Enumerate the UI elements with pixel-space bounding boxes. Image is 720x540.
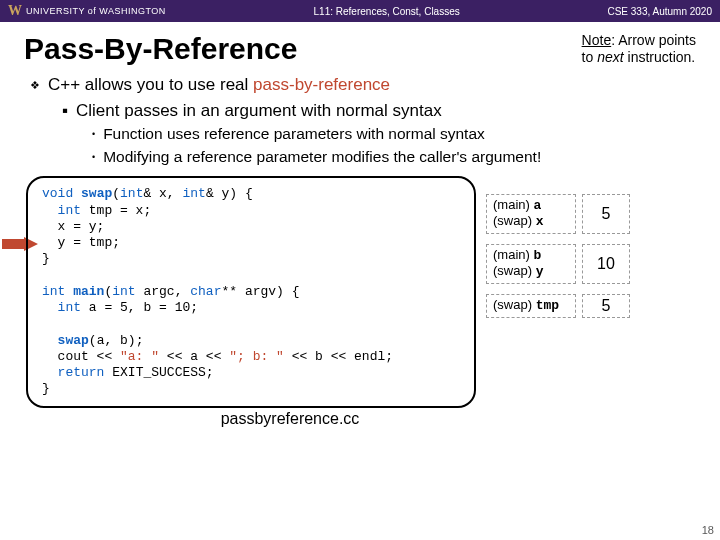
lecture-title: L11: References, Const, Classes [166, 6, 608, 17]
var-table: (main) a (swap) x 5 (main) b (swap) y 10… [486, 194, 630, 318]
uw-w-icon: W [8, 3, 22, 19]
slide-title: Pass-By-Reference [24, 32, 297, 66]
var-row-b: (main) b (swap) y 10 [486, 244, 630, 284]
header-bar: W UNIVERSITY of WASHINGTON L11: Referenc… [0, 0, 720, 22]
content: ❖C++ allows you to use real pass-by-refe… [0, 70, 720, 167]
bullet-4: •Modifying a reference parameter modifie… [92, 147, 702, 167]
bullet-3: •Function uses reference parameters with… [92, 124, 702, 144]
code-area: void swap(int& x, int& y) { int tmp = x;… [0, 170, 720, 407]
uw-logo: W UNIVERSITY of WASHINGTON [8, 3, 166, 19]
course-term: CSE 333, Autumn 2020 [607, 6, 712, 17]
bullet-1: ❖C++ allows you to use real pass-by-refe… [30, 74, 702, 96]
var-label-tmp: (swap) tmp [486, 294, 576, 318]
title-row: Pass-By-Reference Note: Arrow points to … [0, 22, 720, 70]
code-box: void swap(int& x, int& y) { int tmp = x;… [26, 176, 476, 407]
var-value-tmp: 5 [582, 294, 630, 318]
var-value-b: 10 [582, 244, 630, 284]
file-caption: passbyreference.cc [0, 410, 720, 428]
bullet-2: ▪Client passes in an argument with norma… [62, 100, 702, 122]
var-label-b: (main) b (swap) y [486, 244, 576, 284]
var-value-a: 5 [582, 194, 630, 234]
highlight-text: pass-by-reference [253, 75, 390, 94]
page-number: 18 [702, 524, 714, 536]
note-box: Note: Arrow points to next instruction. [582, 32, 696, 66]
var-row-tmp: (swap) tmp 5 [486, 294, 630, 318]
var-row-a: (main) a (swap) x 5 [486, 194, 630, 234]
var-label-a: (main) a (swap) x [486, 194, 576, 234]
uw-name: UNIVERSITY of WASHINGTON [26, 6, 166, 16]
note-italic: next [597, 49, 623, 65]
note-underline: Note [582, 32, 612, 48]
